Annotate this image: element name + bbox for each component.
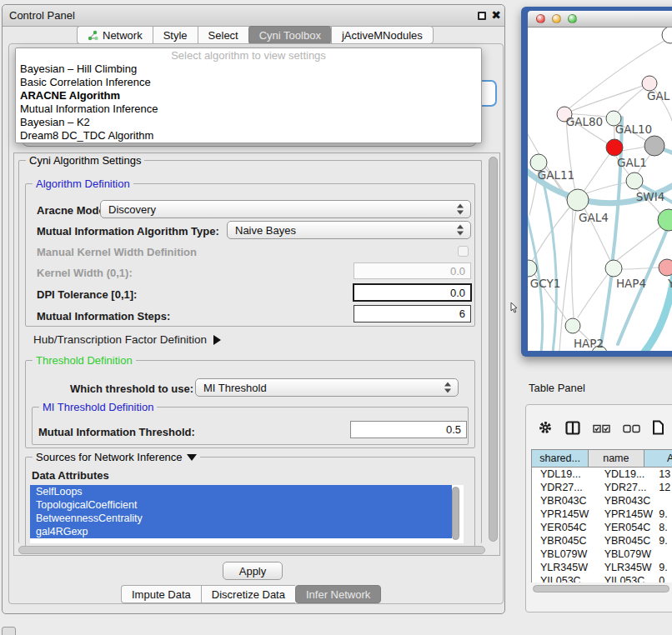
attribute-row-topologicalcoefficient[interactable]: TopologicalCoefficient [30,498,452,512]
algorithm-dropdown-popup: Select algorithm to view settings Bayesi… [15,48,482,143]
tab-style[interactable]: Style [153,26,198,44]
node-label-gal1: GAL1 [617,156,647,169]
mi-threshold-field[interactable]: 0.5 [350,421,467,438]
deselect-columns-icon[interactable] [623,422,640,437]
table-cell: YBR043C [594,494,654,508]
tab-network[interactable]: Network [77,26,153,44]
table-cell: YIL053C [594,574,654,582]
attribute-row-betweennesscentrality[interactable]: BetweennessCentrality [30,512,452,525]
table-row[interactable]: YBR043CYBR043C [532,494,672,508]
minimize-button[interactable] [552,14,561,23]
table-cell: 0. [654,574,672,582]
node-label-gal10: GAL10 [615,122,652,136]
table-cell: YBR043C [532,494,594,508]
tab-select[interactable]: Select [198,26,248,44]
tab-jactivemnodules[interactable]: jActiveMNodules [331,26,434,44]
algorithm-option-bayesian-hill-climbing[interactable]: Bayesian – Hill Climbing [16,62,481,76]
table-row[interactable]: YER054CYER054C8. [532,521,672,534]
table-cell: YBL079W [532,548,594,561]
column-header-a[interactable]: A [644,449,672,468]
manual-kernel-checkbox[interactable] [458,246,469,257]
settings-horizontal-scrollbar[interactable] [18,546,485,554]
tab-infer-network[interactable]: Infer Network [295,585,381,603]
attributes-list-scrollbar[interactable] [452,487,459,540]
tab-label: Style [163,29,188,42]
zoom-button[interactable] [568,14,577,23]
algorithm-option-aracne-algorithm[interactable]: ARACNE Algorithm [16,89,481,102]
select-columns-icon[interactable] [593,422,610,437]
restore-window-icon[interactable] [478,12,486,20]
column-header-name[interactable]: name [589,449,644,468]
table-row[interactable]: YDR27...YDR27...12 [532,481,672,494]
algorithm-option-bayesian-k2[interactable]: Bayesian – K2 [16,116,481,129]
combo-arrows-icon [457,225,464,236]
tab-label: jActiveMNodules [342,29,423,42]
mi-type-label: Mutual Information Algorithm Type: [37,225,219,238]
cyni-algorithm-settings-title: Cyni Algorithm Settings [26,154,144,167]
dpi-tolerance-field[interactable]: 0.0 [353,283,472,302]
mi-steps-field[interactable]: 6 [354,305,471,322]
table-cell: 8. [654,521,672,534]
document-icon[interactable] [653,420,664,438]
algorithm-option-basic-correlation-inference[interactable]: Basic Correlation Inference [16,76,481,89]
network-edge [583,154,609,192]
tab-cyni-toolbox[interactable]: Cyni Toolbox [248,26,331,44]
table-horizontal-scrollbar[interactable] [533,585,669,592]
table-cell: 9. [654,534,672,548]
close-button[interactable] [536,14,545,23]
network-node-hap4[interactable] [605,260,622,277]
attribute-row-gal4rgexp[interactable]: gal4RGexp [30,525,452,538]
table-row[interactable]: YIL053CYIL053C0. [532,574,672,582]
mi-steps-value: 6 [459,308,465,320]
network-canvas-svg: GALGAL80GAL10GAL11GAL1SWI4GAL4GCY1HAP4YH… [528,28,672,351]
settings-gear-icon[interactable] [538,420,553,438]
apply-button[interactable]: Apply [223,562,283,580]
table-row[interactable]: YPR145WYPR145W9. [532,508,672,521]
table-cell: YER054C [594,521,654,534]
node-label-gal11: GAL11 [538,168,574,182]
network-node-y-pink[interactable] [659,259,672,276]
table-cell: 9. [654,561,672,574]
which-threshold-label: Which threshold to use: [70,382,193,395]
table-cell: YPR145W [532,508,594,521]
application-root: Control Panel ✖ NetworkStyleSelectCyni T… [0,0,672,635]
tab-discretize-data[interactable]: Discretize Data [201,585,295,603]
network-edge [568,83,649,112]
network-node-hap2[interactable] [565,318,580,333]
mi-threshold-definition-title: MI Threshold Definition [39,401,157,413]
attribute-row-selfloops[interactable]: SelfLoops [30,485,452,498]
close-window-icon[interactable]: ✖ [491,8,501,22]
network-node-gal4[interactable] [567,189,589,211]
aracne-mode-value: Discovery [108,203,156,216]
table-cell [654,548,672,561]
network-node-gray-node[interactable] [644,136,664,156]
control-panel-bottom-tabbar: Impute DataDiscretize DataInfer Network [121,585,381,603]
algorithm-popup-list: Bayesian – Hill ClimbingBasic Correlatio… [16,62,481,142]
kernel-width-field[interactable]: 0.0 [354,262,471,279]
network-edge [578,274,608,318]
network-node-red-node[interactable] [606,139,623,156]
table-row[interactable]: YBR045CYBR045C9. [532,534,672,548]
table-row[interactable]: YLR345WYLR345W9. [532,561,672,574]
kernel-width-value: 0.0 [450,265,465,278]
mi-type-combo[interactable]: Naive Bayes [227,221,471,239]
table-cell: 9. [654,508,672,521]
table-cell: YDL19... [532,468,594,481]
network-node-gal1[interactable] [626,172,643,189]
corner-button-fragment[interactable] [2,627,16,635]
tab-impute-data[interactable]: Impute Data [121,585,201,603]
table-panel: shared...nameA YDL19...YDL19...13YDR27..… [525,404,672,612]
aracne-mode-combo[interactable]: Discovery [100,200,471,218]
settings-vertical-scrollbar[interactable] [489,157,498,542]
which-threshold-combo[interactable]: MI Threshold [195,378,459,397]
hub-definition-toggle[interactable]: Hub/Transcription Factor Definition [33,333,221,346]
table-toolbar [538,420,664,438]
split-columns-icon[interactable] [565,421,580,438]
sources-group-toggle[interactable]: Sources for Network Inference [33,451,200,463]
table-row[interactable]: YBL079WYBL079W [532,548,672,561]
algorithm-option-mutual-information-inference[interactable]: Mutual Information Inference [16,102,481,116]
column-header-shared[interactable]: shared... [531,449,589,468]
network-view-canvas[interactable]: GALGAL80GAL10GAL11GAL1SWI4GAL4GCY1HAP4YH… [528,28,672,351]
algorithm-option-dream8-dc-tdc-algorithm[interactable]: Dream8 DC_TDC Algorithm [16,129,481,142]
table-row[interactable]: YDL19...YDL19...13 [532,468,672,481]
